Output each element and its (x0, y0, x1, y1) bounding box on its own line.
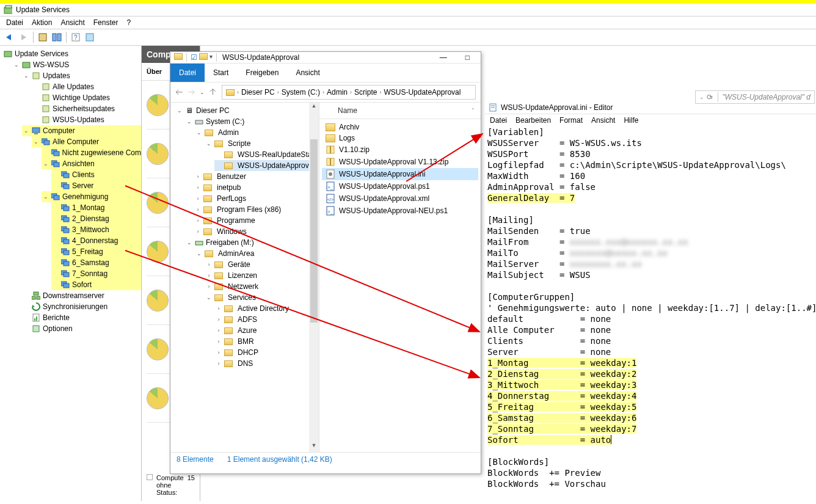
file-item[interactable]: >_WSUS-UpdateApproval-NEU.ps1 (322, 205, 478, 217)
collapse-icon[interactable]: ⌄ (206, 141, 212, 147)
tree-item[interactable]: ·WSUS-Updates (32, 114, 141, 125)
tree-root[interactable]: Update Services (2, 48, 141, 59)
back-button[interactable]: 🡠 (175, 88, 183, 97)
nav-item[interactable]: ›Active Directory (214, 303, 319, 314)
tree-item[interactable]: ·Sicherheitsupdates (32, 103, 141, 114)
tree-item[interactable]: ·5_Freitag (51, 246, 141, 257)
expand-icon[interactable]: › (195, 228, 201, 235)
collapse-icon[interactable]: ⌄ (186, 239, 192, 246)
np-menu-ansicht[interactable]: Ansicht (591, 116, 615, 125)
expand-icon[interactable]: › (216, 316, 222, 323)
tree-item[interactable]: ·Wichtige Updates (32, 92, 141, 103)
scroll-up-icon[interactable]: ▲ (309, 103, 319, 112)
nav-item[interactable]: ·WSUS-UpdateApproval (214, 160, 319, 171)
np-menu-hilfe[interactable]: Hilfe (624, 116, 638, 125)
collapse-icon[interactable]: ⌄ (23, 128, 29, 134)
tree-item[interactable]: ·Alle Updates (32, 81, 141, 92)
expand-icon[interactable]: › (195, 217, 201, 224)
nav-item[interactable]: ›Azure (214, 325, 319, 336)
nav-item[interactable]: ›DHCP (214, 347, 319, 358)
expand-icon[interactable]: › (216, 305, 222, 312)
expand-icon[interactable]: › (206, 272, 212, 279)
crumb[interactable]: Admin (327, 88, 348, 97)
back-button[interactable] (4, 31, 16, 43)
menu-help[interactable]: ? (126, 18, 131, 27)
collapse-icon[interactable]: ⌄ (206, 294, 212, 301)
collapse-icon[interactable]: ⌄ (196, 130, 202, 136)
crumb[interactable]: Dieser PC (241, 88, 275, 97)
crumb[interactable]: Scripte (354, 88, 377, 97)
list-header[interactable]: Name˄ (319, 103, 481, 119)
nav-drive-c[interactable]: ⌄System (C:) (185, 116, 319, 127)
nav-item[interactable]: ›ADFS (214, 314, 319, 325)
explorer-nav[interactable]: ⌄🖥Dieser PC ⌄System (C:) ⌄Admin ⌄Scripte… (170, 103, 319, 452)
file-item[interactable]: </>WSUS-UpdateApproval.xml (322, 192, 478, 205)
toolbar-btn-2[interactable] (51, 31, 63, 43)
tree-updates[interactable]: ⌄Updates (22, 70, 141, 81)
menu-aktion[interactable]: Aktion (32, 18, 52, 27)
tree-reports[interactable]: ·Berichte (22, 312, 141, 323)
ribbon-view[interactable]: Ansicht (287, 64, 328, 82)
ribbon-file[interactable]: Datei (170, 64, 205, 82)
forward-button[interactable] (18, 31, 30, 43)
nav-item[interactable]: ›PerfLogs (195, 193, 319, 204)
tree-item[interactable]: ·Sofort (51, 279, 141, 290)
toolbar-btn-4[interactable] (84, 31, 96, 43)
crumb[interactable]: System (C:) (282, 88, 320, 97)
expand-icon[interactable]: › (216, 327, 222, 334)
scroll-thumb[interactable] (310, 139, 318, 323)
up-button[interactable]: 🡡 (209, 88, 217, 97)
tree-allcomputers[interactable]: ⌄Alle Computer (32, 136, 141, 147)
ribbon-share[interactable]: Freigeben (237, 64, 287, 82)
collapse-icon[interactable]: ⌄ (186, 119, 192, 125)
tree-item[interactable]: ·Clients (51, 169, 141, 180)
tree-computer[interactable]: ⌄Computer (22, 125, 141, 136)
file-item[interactable]: Logs (322, 133, 478, 144)
editor-body[interactable]: [Variablen]WSUSServer = WS-WSUS.ws.itsWS… (485, 126, 816, 489)
nav-item[interactable]: ›Programme (195, 215, 319, 226)
file-item[interactable]: WSUS-UpdateApproval V1.13.zip (322, 156, 478, 168)
breadcrumb[interactable]: › Dieser PC› System (C:)› Admin› Scripte… (222, 85, 476, 100)
file-item[interactable]: >_WSUS-UpdateApproval.ps1 (322, 180, 478, 192)
file-item[interactable]: WSUS-UpdateApproval.ini (322, 168, 478, 180)
collapse-icon[interactable]: ⌄ (23, 73, 29, 79)
tree-views[interactable]: ⌄Ansichten (42, 158, 141, 169)
tree-item[interactable]: ·2_Dienstag (51, 213, 141, 224)
checkbox-icon[interactable] (147, 474, 153, 480)
np-menu-format[interactable]: Format (559, 116, 583, 125)
col-name[interactable]: Name (338, 106, 357, 115)
collapse-icon[interactable]: ⌄ (43, 194, 49, 200)
nav-item[interactable]: ›BMR (214, 336, 319, 347)
crumb[interactable]: WSUS-UpdateApproval (384, 88, 461, 97)
nav-drive-m[interactable]: ⌄Freigaben (M:) (185, 237, 319, 248)
expand-icon[interactable]: › (216, 338, 222, 345)
menu-ansicht[interactable]: Ansicht (60, 18, 84, 27)
collapse-icon[interactable]: ⌄ (196, 250, 202, 257)
expand-icon[interactable]: › (206, 283, 212, 290)
expand-icon[interactable]: › (206, 261, 212, 268)
collapse-icon[interactable]: ⌄ (43, 161, 49, 167)
nav-item[interactable]: ›Netzwerk (205, 281, 319, 292)
expand-icon[interactable]: › (195, 206, 201, 213)
file-item[interactable]: Archiv (322, 122, 478, 133)
tree-item[interactable]: ·3_Mittwoch (51, 224, 141, 235)
file-list[interactable]: Name˄ ArchivLogsV1.10.zipWSUS-UpdateAppr… (319, 103, 481, 452)
forward-button[interactable]: 🡢 (188, 88, 195, 97)
checkbox-icon[interactable]: ☑ (191, 53, 197, 62)
nav-admin[interactable]: ⌄Admin (195, 127, 319, 138)
collapse-icon[interactable]: ⌄ (177, 108, 183, 114)
collapse-icon[interactable]: ⌄ (13, 62, 20, 68)
tree-approval[interactable]: ⌄Genehmigung (42, 191, 141, 202)
collapse-icon[interactable]: ⌄ (33, 139, 39, 145)
np-menu-datei[interactable]: Datei (490, 116, 507, 125)
tree-unassigned[interactable]: ·Nicht zugewiesene Com (42, 147, 141, 158)
nav-item[interactable]: ›Benutzer (195, 171, 319, 182)
tree-item[interactable]: ·1_Montag (51, 202, 141, 213)
tree-item[interactable]: ·6_Samstag (51, 257, 141, 268)
expand-icon[interactable]: › (195, 173, 201, 180)
ribbon-start[interactable]: Start (205, 64, 237, 82)
tree-item[interactable]: ·4_Donnerstag (51, 235, 141, 246)
crumb-overflow[interactable]: ⌄ (709, 90, 714, 104)
history-button[interactable]: ⌄ (200, 89, 205, 95)
menu-fenster[interactable]: Fenster (93, 18, 118, 27)
